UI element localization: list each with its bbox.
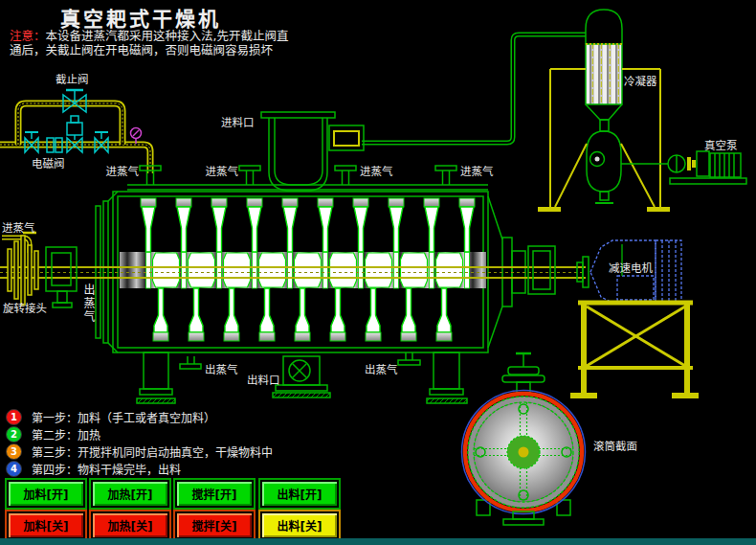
vacuum-pump-label: 真空泵 [704,139,738,152]
condenser-vessel [586,10,622,131]
steam-outlet-nozzle-left [180,356,201,369]
step-2-badge: 2 [6,426,22,443]
feed-off-button[interactable]: 加料[关] [9,513,83,537]
stir-off-button[interactable]: 搅拌[关] [177,513,252,537]
manhole-assembly [502,353,545,393]
steam-in-label-left: 进蒸气 [2,221,35,235]
step-3-badge: 3 [6,443,22,460]
bottom-edge-bar [0,538,756,545]
shaft-coupling [528,246,589,294]
feed-on-button[interactable]: 加料[开] [9,482,83,506]
motor-stand [570,303,699,398]
step-row: 3 第三步：开搅拌机同时启动抽真空，干燥物料中 [6,443,273,460]
stop-valve-label: 截止阀 [56,73,89,86]
rake-blades [146,252,470,288]
step-1-text: 第一步：加料（手工或者真空加料） [32,409,215,425]
discharge-assembly [273,356,330,397]
procedure-steps: 1 第一步：加料（手工或者真空加料） 2 第二步：加热 3 第三步：开搅拌机同时… [6,408,273,477]
warning-note: 注意：本设备进蒸汽都采用这种接入法,先开截止阀直 通后，关截止阀在开电磁阀，否则… [10,29,289,57]
step-2-text: 第二步：加热 [32,426,100,443]
discharge-port-label: 出料口 [247,374,280,387]
steam-out-label-vertical: 出蒸气 [80,284,97,324]
discharge-on-button[interactable]: 出料[开] [262,482,337,506]
warning-line1: 本设备进蒸汽都采用这种接入法,先开截止阀直 [46,29,289,43]
rake-teeth-top [141,198,475,252]
step-1-badge: 1 [6,409,22,425]
rake-teeth-bottom [153,288,452,341]
steam-out-label-br: 出蒸气 [365,363,398,376]
rotary-joint [8,236,38,305]
stir-on-button[interactable]: 搅拌[开] [177,482,252,506]
warning-line2: 通后，关截止阀在开电磁阀，否则电磁阀容易损坏 [10,43,289,57]
feed-hopper [261,112,335,191]
feed-port-label: 进料口 [221,116,255,129]
steam-in-label-3: 进蒸气 [360,165,393,178]
step-3-text: 第三步：开搅拌机同时启动抽真空，干燥物料中 [32,443,273,460]
steam-outlet-nozzle-right [398,352,420,365]
hmi-screen: 截止阀 电磁阀 进蒸气 旋转接头 进蒸气 进蒸气 进蒸气 进蒸气 进料口 出蒸气… [0,0,756,545]
separator-vessel [587,131,621,203]
steam-manifold [127,185,488,190]
sight-glass [329,125,364,150]
heat-on-button[interactable]: 加热[开] [93,482,167,506]
step-row: 4 第四步：物料干燥完毕，出料 [6,460,273,477]
steam-out-label-bl: 出蒸气 [205,363,238,376]
solenoid-valve-label: 电磁阀 [32,157,65,170]
steam-in-label-2: 进蒸气 [206,165,239,178]
steam-inlet-nozzles [140,166,456,185]
steam-in-label-4: 进蒸气 [460,165,494,178]
vacuum-line [362,34,586,143]
step-4-badge: 4 [6,461,22,477]
heat-off-button[interactable]: 加热[关] [93,513,167,537]
rotary-joint-label: 旋转接头 [3,302,47,315]
page-title: 真空耙式干燥机 [60,3,221,32]
warning-tag: 注意： [10,29,46,43]
drum-section-label: 滚筒截面 [593,440,637,453]
steam-in-label-1: 进蒸气 [106,165,140,178]
step-4-text: 第四步：物料干燥完毕，出料 [32,461,181,477]
step-row: 2 第二步：加热 [6,425,273,443]
discharge-off-button[interactable]: 出料[关] [262,513,337,537]
step-row: 1 第一步：加料（手工或者真空加料） [6,408,273,425]
condenser-label: 冷凝器 [624,75,657,88]
drum-cross-section [462,353,586,525]
gear-motor-label: 减速电机 [609,261,653,275]
